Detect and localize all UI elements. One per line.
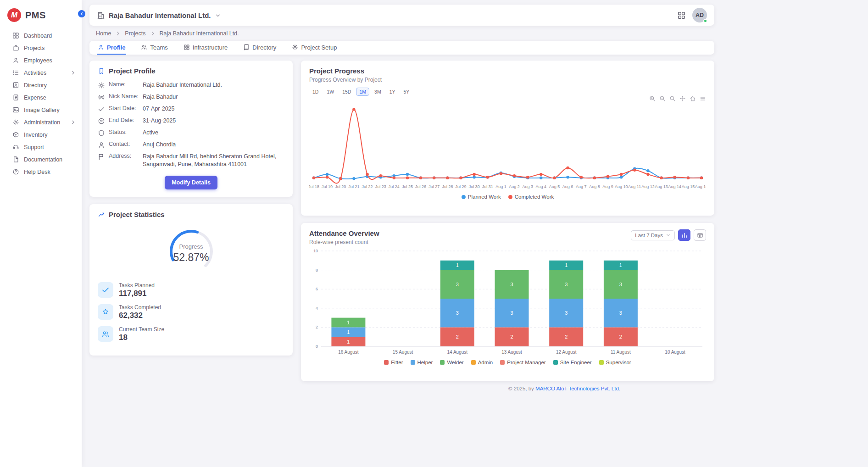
sidebar-item-activities[interactable]: Activities — [0, 67, 82, 79]
app-logo[interactable]: M PMS — [0, 6, 82, 29]
grid-icon — [184, 44, 190, 50]
range-5y-button[interactable]: 5Y — [400, 88, 412, 96]
sidebar-item-support[interactable]: Support — [0, 141, 82, 153]
attendance-bar-chart[interactable]: 024681011116 August15 August233114 Augus… — [309, 247, 706, 359]
legend-item[interactable]: Project Manager — [500, 360, 545, 365]
svg-text:Jul 27: Jul 27 — [428, 184, 440, 189]
svg-text:8: 8 — [316, 268, 318, 272]
svg-text:13 August: 13 August — [501, 350, 522, 355]
apps-grid-icon[interactable] — [677, 11, 686, 20]
breadcrumb-projects[interactable]: Projects — [125, 30, 145, 37]
table-view-button[interactable] — [694, 229, 706, 241]
modify-details-button[interactable]: Modify Details — [165, 176, 217, 189]
menu-icon[interactable] — [700, 95, 706, 102]
profile-field-contact: Contact: Anuj Chordia — [98, 141, 284, 149]
tab-infrastructure[interactable]: Infrastructure — [183, 41, 229, 55]
legend-item[interactable]: Helper — [411, 360, 433, 365]
check-icon — [98, 106, 105, 113]
svg-text:Jul 24: Jul 24 — [389, 184, 400, 189]
contact-book-icon — [12, 82, 19, 89]
card-subtitle: Progress Overview by Project — [309, 77, 706, 83]
range-15d-button[interactable]: 15D — [339, 88, 354, 96]
footer-company-link[interactable]: MARCO AIoT Technologies Pvt. Ltd. — [535, 386, 620, 391]
sidebar-item-label: Employees — [24, 57, 76, 64]
app-name: PMS — [25, 10, 46, 21]
sidebar-item-expense[interactable]: Expense — [0, 91, 82, 104]
sidebar-item-image-gallery[interactable]: Image Gallery — [0, 104, 82, 116]
flag-icon — [98, 153, 105, 161]
breadcrumb: Home Projects Raja Bahadur International… — [96, 30, 714, 37]
profile-field-end-date: End Date: 31-Aug-2025 — [98, 117, 284, 125]
user-icon — [12, 57, 19, 64]
chevron-right-icon — [150, 31, 156, 36]
legend-item[interactable]: Completed Work — [508, 194, 554, 200]
tab-directory[interactable]: Directory — [242, 41, 277, 55]
progress-chart-legend: Planned WorkCompleted Work — [309, 194, 706, 200]
svg-text:Aug 1: Aug 1 — [495, 184, 506, 189]
svg-text:Aug 11: Aug 11 — [628, 184, 641, 189]
bookmark-icon — [98, 67, 105, 75]
sidebar-item-administration[interactable]: Administration — [0, 116, 82, 128]
progress-line-chart[interactable]: Jul 18Jul 19Jul 20Jul 21Jul 22Jul 23Jul … — [309, 98, 706, 193]
sidebar-item-documentation[interactable]: Documentation — [0, 153, 82, 166]
range-1m-button[interactable]: 1M — [356, 88, 369, 96]
breadcrumb-home[interactable]: Home — [96, 30, 111, 37]
card-title: Project Statistics — [109, 211, 165, 218]
sidebar-item-projects[interactable]: Projects — [0, 42, 82, 54]
legend-item[interactable]: Supervisor — [599, 360, 631, 365]
sidebar-item-directory[interactable]: Directory — [0, 79, 82, 91]
range-1y-button[interactable]: 1Y — [386, 88, 399, 96]
document-icon — [12, 156, 19, 163]
auto-scale-icon[interactable] — [669, 95, 676, 102]
top-header: Raja Bahadur International Ltd. AD — [89, 5, 714, 26]
profile-field-nick-name: Nick Name: Raja Bahadur — [98, 93, 284, 101]
copyright-text: © 2025, by — [508, 386, 535, 391]
svg-text:Aug 3: Aug 3 — [522, 184, 533, 189]
sidebar-item-help-desk[interactable]: Help Desk — [0, 166, 82, 178]
range-1w-button[interactable]: 1W — [323, 88, 337, 96]
legend-item[interactable]: Planned Work — [462, 194, 501, 200]
tab-project-setup[interactable]: Project Setup — [291, 41, 338, 55]
tab-teams[interactable]: Teams — [140, 41, 168, 55]
svg-text:Aug 5: Aug 5 — [549, 184, 560, 189]
date-range-select[interactable]: Last 7 Days — [631, 230, 675, 240]
sidebar-item-label: Inventory — [24, 132, 76, 138]
card-title: Project Progress — [309, 67, 706, 75]
svg-text:3: 3 — [456, 310, 459, 316]
field-value: Anuj Chordia — [143, 141, 284, 149]
attendance-controls: Last 7 Days — [631, 229, 706, 241]
card-title: Project Profile — [109, 67, 156, 75]
sidebar-item-employees[interactable]: Employees — [0, 54, 82, 67]
sidebar-item-label: Directory — [24, 82, 76, 89]
svg-text:6: 6 — [316, 287, 318, 291]
sidebar-item-inventory[interactable]: Inventory — [0, 128, 82, 141]
home-icon[interactable] — [690, 95, 696, 102]
legend-item[interactable]: Admin — [471, 360, 493, 365]
svg-text:Aug 14: Aug 14 — [668, 184, 681, 189]
tab-profile[interactable]: Profile — [97, 41, 126, 55]
stat-tasks-planned: Tasks Planned 117,891 — [98, 282, 284, 298]
svg-text:Aug 2: Aug 2 — [509, 184, 520, 189]
company-selector[interactable]: Raja Bahadur International Ltd. — [97, 11, 221, 19]
sidebar-collapse-button[interactable] — [78, 10, 85, 17]
user-avatar[interactable]: AD — [692, 8, 707, 22]
svg-text:Aug 15: Aug 15 — [682, 184, 695, 189]
zoom-out-icon[interactable] — [659, 95, 666, 102]
tab-label: Project Setup — [301, 44, 337, 51]
pan-icon[interactable] — [679, 95, 686, 102]
logo-icon: M — [7, 8, 21, 22]
svg-text:12 August: 12 August — [556, 350, 577, 355]
legend-item[interactable]: Fitter — [384, 360, 403, 365]
profile-icon — [98, 44, 104, 50]
range-selector: 1D 1W 15D 1M 3M 1Y 5Y — [309, 88, 706, 96]
range-1d-button[interactable]: 1D — [309, 88, 322, 96]
sidebar-item-label: Administration — [24, 119, 66, 126]
bar-view-button[interactable] — [678, 229, 690, 241]
zoom-in-icon[interactable] — [649, 95, 656, 102]
sidebar-item-dashboard[interactable]: Dashboard — [0, 29, 82, 42]
stat-label: Tasks Planned — [119, 282, 155, 289]
svg-text:15 August: 15 August — [393, 350, 413, 355]
legend-item[interactable]: Site Engineer — [553, 360, 592, 365]
range-3m-button[interactable]: 3M — [371, 88, 384, 96]
legend-item[interactable]: Welder — [440, 360, 463, 365]
